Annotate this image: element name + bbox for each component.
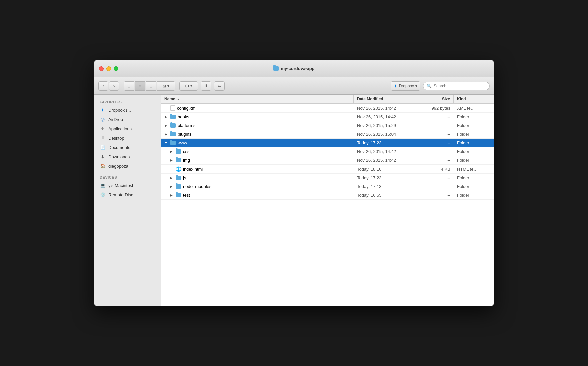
main-content: Favorites ✦ Dropbox (... ◎ AirDrop ✈ App… bbox=[94, 95, 494, 306]
search-input[interactable] bbox=[434, 84, 486, 88]
sidebar-item-macintosh[interactable]: 💻 y's Macintosh bbox=[94, 181, 161, 190]
sidebar-item-documents[interactable]: 📄 Documents bbox=[94, 143, 161, 152]
file-date-cell: Today, 16:55 bbox=[354, 191, 420, 199]
window-controls bbox=[99, 66, 118, 71]
expand-triangle[interactable]: ▶ bbox=[170, 150, 173, 153]
file-name-cell: ▶platforms bbox=[161, 121, 354, 130]
file-name-label: plugins bbox=[178, 132, 191, 137]
table-row[interactable]: ▶testToday, 16:55--Folder bbox=[161, 191, 494, 200]
date-column-header[interactable]: Date Modified bbox=[354, 95, 420, 103]
table-row[interactable]: ▶jsToday, 17:23--Folder bbox=[161, 174, 494, 182]
expand-triangle[interactable]: ▶ bbox=[164, 132, 168, 136]
sidebar-item-applications[interactable]: ✈ Applications bbox=[94, 124, 161, 133]
icon-view-icon: ⊞ bbox=[127, 84, 131, 88]
file-name-cell: ▼www bbox=[161, 139, 354, 147]
file-list: Name ▲ Date Modified Size Kind config.xm… bbox=[161, 95, 494, 306]
expand-triangle[interactable]: ▶ bbox=[164, 115, 168, 119]
expand-triangle[interactable]: ▶ bbox=[170, 158, 173, 162]
downloads-icon: ⬇ bbox=[100, 154, 106, 160]
forward-button[interactable]: › bbox=[109, 81, 119, 91]
share-button[interactable]: ⬆ bbox=[201, 81, 211, 91]
forward-icon: › bbox=[113, 83, 115, 89]
sidebar-item-label: diegopoza bbox=[108, 164, 128, 169]
table-row[interactable]: ▶node_modulesToday, 17:13--Folder bbox=[161, 182, 494, 191]
folder-icon bbox=[170, 132, 176, 136]
file-kind-cell: Folder bbox=[454, 113, 494, 121]
kind-header-label: Kind bbox=[457, 97, 466, 101]
folder-icon bbox=[176, 184, 181, 189]
column-view-button[interactable]: ⊟ bbox=[146, 81, 156, 91]
maximize-button[interactable] bbox=[114, 66, 118, 71]
file-name-label: test bbox=[183, 193, 190, 198]
minimize-button[interactable] bbox=[106, 66, 111, 71]
back-button[interactable]: ‹ bbox=[98, 81, 108, 91]
sidebar-item-airdrop[interactable]: ◎ AirDrop bbox=[94, 115, 161, 124]
list-view-button[interactable]: ≡ bbox=[135, 81, 145, 91]
sidebar-item-label: Applications bbox=[108, 126, 132, 131]
expand-triangle[interactable]: ▼ bbox=[164, 141, 168, 145]
folder-icon bbox=[170, 115, 176, 119]
size-column-header[interactable]: Size bbox=[420, 95, 454, 103]
file-name-cell: 🌐index.html bbox=[161, 165, 354, 173]
sidebar-item-label: Documents bbox=[108, 145, 130, 150]
file-kind-cell: Folder bbox=[454, 174, 494, 182]
size-header-label: Size bbox=[442, 97, 450, 101]
titlebar: my-cordova-app bbox=[94, 60, 494, 77]
expand-triangle[interactable]: ▶ bbox=[170, 193, 173, 197]
sidebar-item-home[interactable]: 🏠 diegopoza bbox=[94, 161, 161, 171]
file-name-label: hooks bbox=[178, 114, 189, 119]
file-name-cell: config.xml bbox=[161, 104, 354, 112]
close-button[interactable] bbox=[99, 66, 104, 71]
sidebar-item-dropbox[interactable]: ✦ Dropbox (... bbox=[94, 105, 161, 115]
file-size-cell: -- bbox=[420, 182, 454, 191]
dropbox-button[interactable]: ✦ Dropbox ▾ bbox=[391, 81, 420, 91]
expand-triangle[interactable]: ▶ bbox=[164, 124, 168, 127]
file-name-label: www bbox=[178, 140, 187, 145]
table-row[interactable]: ▶hooksNov 26, 2015, 14:42--Folder bbox=[161, 113, 494, 121]
file-date-cell: Today, 17:13 bbox=[354, 182, 420, 191]
applications-icon: ✈ bbox=[100, 126, 106, 132]
desktop-icon: 🖥 bbox=[100, 135, 106, 141]
table-row[interactable]: ▼wwwToday, 17:23--Folder bbox=[161, 139, 494, 147]
file-name-label: platforms bbox=[178, 123, 195, 128]
name-column-header[interactable]: Name ▲ bbox=[161, 95, 354, 103]
documents-icon: 📄 bbox=[100, 144, 106, 150]
file-name-cell: ▶css bbox=[161, 147, 354, 156]
table-row[interactable]: ▶imgNov 26, 2015, 14:42--Folder bbox=[161, 156, 494, 165]
folder-icon bbox=[176, 158, 181, 162]
table-row[interactable]: 🌐index.htmlToday, 18:104 KBHTML te… bbox=[161, 165, 494, 174]
file-size-cell: -- bbox=[420, 130, 454, 138]
kind-column-header[interactable]: Kind bbox=[454, 95, 494, 103]
sidebar-item-desktop[interactable]: 🖥 Desktop bbox=[94, 133, 161, 143]
sort-arrow: ▲ bbox=[177, 97, 180, 101]
sidebar-item-remotedisc[interactable]: 💿 Remote Disc bbox=[94, 190, 161, 199]
file-size-cell: -- bbox=[420, 174, 454, 182]
action-button[interactable]: ⚙ ▾ bbox=[179, 81, 198, 91]
expand-triangle[interactable]: ▶ bbox=[170, 185, 173, 188]
dropbox-chevron: ▾ bbox=[415, 84, 417, 88]
file-kind-cell: Folder bbox=[454, 156, 494, 164]
cover-flow-button[interactable]: ⊠ ▾ bbox=[157, 81, 175, 91]
file-date-cell: Today, 17:23 bbox=[354, 139, 420, 147]
sidebar-item-downloads[interactable]: ⬇ Downloads bbox=[94, 152, 161, 161]
table-row[interactable]: ▶cssNov 26, 2015, 14:42--Folder bbox=[161, 147, 494, 156]
table-row[interactable]: ▶platformsNov 26, 2015, 15:29--Folder bbox=[161, 121, 494, 130]
expand-triangle[interactable]: ▶ bbox=[170, 176, 173, 180]
file-name-label: css bbox=[183, 149, 190, 154]
tag-button[interactable]: 🏷 bbox=[214, 81, 225, 91]
dropbox-sidebar-icon: ✦ bbox=[100, 107, 106, 113]
icon-view-button[interactable]: ⊞ bbox=[124, 81, 134, 91]
file-size-cell: 4 KB bbox=[420, 165, 454, 173]
airdrop-icon: ◎ bbox=[100, 116, 106, 122]
back-icon: ‹ bbox=[103, 83, 104, 89]
file-name-cell: ▶js bbox=[161, 174, 354, 182]
table-row[interactable]: config.xmlNov 26, 2015, 14:42992 bytesXM… bbox=[161, 104, 494, 113]
table-row[interactable]: ▶pluginsNov 26, 2015, 15:04--Folder bbox=[161, 130, 494, 139]
date-header-label: Date Modified bbox=[357, 97, 383, 101]
file-kind-cell: Folder bbox=[454, 182, 494, 191]
file-kind-cell: Folder bbox=[454, 191, 494, 199]
file-name-cell: ▶test bbox=[161, 191, 354, 199]
file-date-cell: Today, 18:10 bbox=[354, 165, 420, 173]
file-name-label: config.xml bbox=[177, 106, 197, 111]
file-kind-cell: Folder bbox=[454, 130, 494, 138]
